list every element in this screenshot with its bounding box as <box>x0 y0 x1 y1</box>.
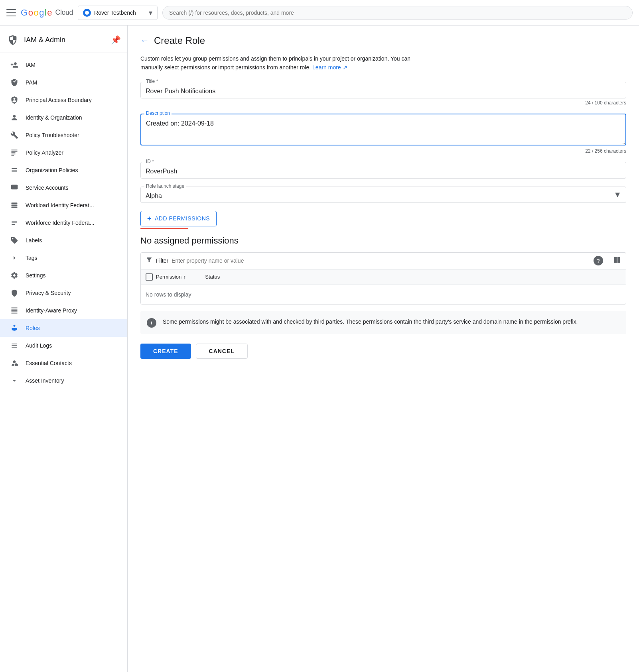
svg-rect-2 <box>12 204 18 206</box>
role-launch-stage-group: Role launch stage Alpha Beta General Ava… <box>140 187 626 203</box>
sidebar-item-label: Policy Troubleshooter <box>26 132 79 138</box>
no-rows-message: No rows to display <box>141 285 626 304</box>
sidebar-item-identity-org[interactable]: Identity & Organization <box>0 109 127 126</box>
description-field-group: Description Created on: 2024-09-18 22 / … <box>140 114 626 154</box>
title-char-count: 24 / 100 characters <box>140 100 626 106</box>
workforce-identity-icon <box>10 218 19 228</box>
id-input[interactable] <box>140 162 626 179</box>
org-policies-icon <box>10 165 19 175</box>
sidebar-item-iap[interactable]: Identity-Aware Proxy <box>0 302 127 319</box>
sidebar-item-asset-inventory[interactable]: Asset Inventory <box>0 372 127 389</box>
sidebar-item-label: Workforce Identity Federa... <box>26 220 94 226</box>
sort-icon[interactable]: ↑ <box>183 274 186 280</box>
title-label: Title * <box>144 79 160 84</box>
policy-analyzer-icon <box>10 148 19 157</box>
sidebar-item-label: Workload Identity Federat... <box>26 202 94 208</box>
role-launch-stage-select[interactable]: Alpha Beta General Availability Disabled <box>140 187 626 203</box>
sidebar-item-workforce-identity[interactable]: Workforce Identity Federa... <box>0 214 127 232</box>
sidebar-item-policy-troubleshooter[interactable]: Policy Troubleshooter <box>0 126 127 144</box>
title-input[interactable] <box>140 82 626 98</box>
permission-col-header: Permission ↑ <box>156 274 186 280</box>
project-dot-icon <box>83 9 91 17</box>
sidebar-item-essential-contacts[interactable]: Essential Contacts <box>0 354 127 372</box>
sidebar-item-settings[interactable]: Settings <box>0 267 127 284</box>
sidebar-item-label: PAM <box>26 79 37 86</box>
policy-troubleshooter-icon <box>10 130 19 140</box>
add-permissions-button[interactable]: + ADD PERMISSIONS <box>140 211 217 226</box>
sidebar-item-audit-logs[interactable]: Audit Logs <box>0 337 127 354</box>
asset-inventory-icon <box>10 376 19 385</box>
add-permissions-label: ADD PERMISSIONS <box>155 215 210 222</box>
cancel-button[interactable]: CANCEL <box>196 344 248 359</box>
iap-icon <box>10 306 19 315</box>
roles-icon <box>10 323 19 333</box>
sidebar-item-workload-identity[interactable]: Workload Identity Federat... <box>0 196 127 214</box>
filter-label: Filter <box>156 257 168 264</box>
sidebar-item-policy-analyzer[interactable]: Policy Analyzer <box>0 144 127 161</box>
role-launch-stage-label: Role launch stage <box>144 183 186 189</box>
labels-icon <box>10 236 19 245</box>
id-field-group: ID * <box>140 162 626 179</box>
iam-admin-icon <box>6 33 19 46</box>
sidebar-item-label: Organization Policies <box>26 167 78 173</box>
svg-rect-1 <box>12 202 18 204</box>
sidebar-item-label: Audit Logs <box>26 342 52 349</box>
tags-icon <box>10 253 19 263</box>
sidebar-item-roles[interactable]: Roles <box>0 319 127 337</box>
pam-icon <box>10 78 19 87</box>
sidebar-item-pam[interactable]: PAM <box>0 74 127 91</box>
title-field-group: Title * 24 / 100 characters <box>140 82 626 106</box>
id-label: ID * <box>144 159 156 164</box>
sidebar-title: IAM & Admin <box>24 36 106 44</box>
chevron-down-icon: ▾ <box>149 8 152 17</box>
svg-rect-0 <box>11 185 18 190</box>
page-title: Create Role <box>154 35 205 46</box>
sidebar-item-labels[interactable]: Labels <box>0 232 127 249</box>
no-permissions-title: No assigned permissions <box>140 236 626 246</box>
sidebar-item-pab[interactable]: Principal Access Boundary <box>0 91 127 109</box>
workload-identity-icon <box>10 200 19 210</box>
sidebar-item-org-policies[interactable]: Organization Policies <box>0 161 127 179</box>
pin-icon[interactable]: 📌 <box>111 35 121 45</box>
create-button[interactable]: CREATE <box>140 344 191 359</box>
back-button[interactable]: ← <box>140 35 149 46</box>
select-all-checkbox[interactable] <box>146 273 153 281</box>
description-input[interactable]: Created on: 2024-09-18 <box>140 114 626 145</box>
sidebar: IAM & Admin 📌 IAM PAM Principal Access B… <box>0 26 128 672</box>
columns-icon[interactable] <box>613 256 621 266</box>
sidebar-item-privacy-security[interactable]: Privacy & Security <box>0 284 127 302</box>
project-name: Rover Testbench <box>94 10 146 16</box>
sidebar-item-label: IAM <box>26 62 36 68</box>
divider <box>608 256 608 265</box>
svg-rect-3 <box>12 206 18 208</box>
page-description: Custom roles let you group permissions a… <box>140 54 420 72</box>
sidebar-header: IAM & Admin 📌 <box>0 29 127 53</box>
description-char-count: 22 / 256 characters <box>140 148 626 154</box>
description-label: Description <box>144 110 172 116</box>
sidebar-item-label: Tags <box>26 255 37 261</box>
settings-icon <box>10 271 19 280</box>
sidebar-item-iam[interactable]: IAM <box>0 56 127 74</box>
menu-hamburger[interactable] <box>6 8 16 18</box>
sidebar-item-label: Labels <box>26 237 42 244</box>
plus-icon: + <box>147 214 152 223</box>
filter-input[interactable] <box>172 257 590 264</box>
info-icon: i <box>147 318 156 328</box>
project-selector[interactable]: Rover Testbench ▾ <box>78 6 158 20</box>
permissions-table: Filter ? Permission ↑ Status No rows to … <box>140 252 626 305</box>
essential-contacts-icon <box>10 358 19 368</box>
iam-icon <box>10 60 19 70</box>
sidebar-item-tags[interactable]: Tags <box>0 249 127 267</box>
topbar: Google Cloud Rover Testbench ▾ <box>0 0 639 26</box>
help-icon[interactable]: ? <box>594 256 603 265</box>
sidebar-item-label: Privacy & Security <box>26 290 71 296</box>
main-content: ← Create Role Custom roles let you group… <box>128 26 639 672</box>
sidebar-item-label: Policy Analyzer <box>26 149 63 156</box>
learn-more-link[interactable]: Learn more ↗ <box>312 64 347 71</box>
sidebar-item-label: Service Accounts <box>26 185 68 191</box>
sidebar-item-service-accounts[interactable]: Service Accounts <box>0 179 127 196</box>
filter-icon <box>146 256 153 265</box>
google-logo: Google Cloud <box>21 8 73 18</box>
search-input[interactable] <box>162 6 633 20</box>
layout: IAM & Admin 📌 IAM PAM Principal Access B… <box>0 26 639 672</box>
